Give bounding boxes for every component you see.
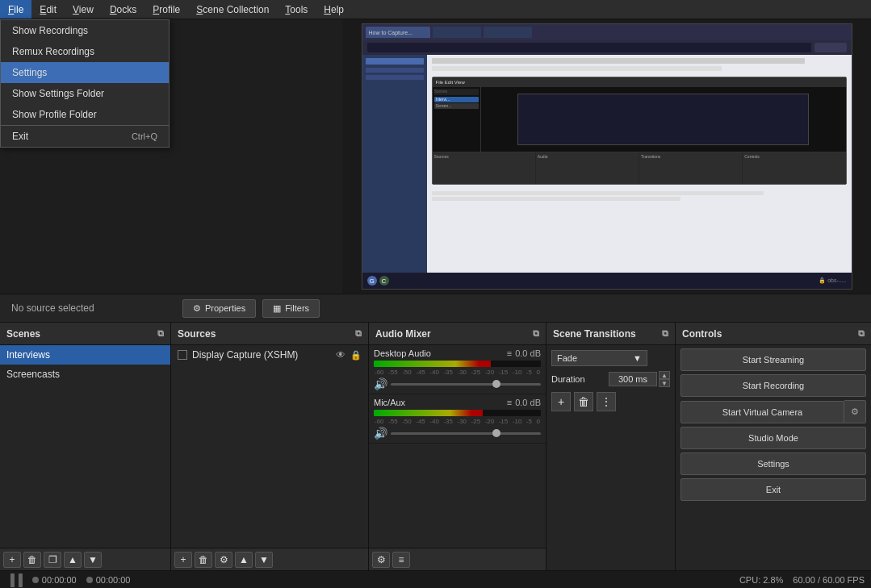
menu-scene-collection[interactable]: Scene Collection — [188, 0, 277, 19]
remove-scene-button[interactable]: 🗑 — [23, 552, 41, 568]
source-up-button[interactable]: ▲ — [235, 552, 253, 568]
source-checkbox[interactable] — [178, 350, 187, 360]
audio-popup-icon[interactable]: ⧉ — [533, 328, 539, 339]
mic-audio-controls: 🔊 — [374, 427, 541, 440]
audio-channels: Desktop Audio ≡ 0.0 dB -60-55-50-45-40-3… — [369, 345, 546, 548]
file-dropdown-menu: Show Recordings Remux Recordings Setting… — [0, 19, 170, 148]
transition-select[interactable]: Fade ▼ — [551, 350, 647, 366]
no-source-label: No source selected — [6, 302, 176, 314]
desktop-audio-db: 0.0 dB — [515, 348, 541, 358]
sources-popup-icon[interactable]: ⧉ — [355, 328, 362, 339]
menu-file[interactable]: File — [0, 0, 31, 19]
rec-time: 00:00:00 — [96, 575, 131, 585]
audio-settings-button[interactable]: ⚙ — [372, 552, 390, 568]
preview-area: How to Capture... — [342, 19, 871, 294]
settings-button[interactable]: Settings — [680, 452, 866, 475]
scenes-popup-icon[interactable]: ⧉ — [157, 328, 164, 339]
transitions-popup-icon[interactable]: ⧉ — [662, 328, 668, 339]
remove-transition-button[interactable]: 🗑 — [574, 392, 593, 411]
source-item-display-capture[interactable]: Display Capture (XSHM) 👁 🔒 — [171, 345, 368, 365]
transition-action-buttons: + 🗑 ⋮ — [551, 387, 670, 411]
mic-mute-button[interactable]: 🔊 — [374, 427, 387, 440]
menu-edit[interactable]: Edit — [31, 0, 65, 19]
virtual-camera-row: Start Virtual Camera ⚙ — [676, 400, 871, 423]
dd-show-settings-folder[interactable]: Show Settings Folder — [1, 83, 169, 104]
mic-audio-scale: -60-55-50-45-40-35-30-25-20-15-10-50 — [374, 418, 541, 425]
audio-channel-desktop: Desktop Audio ≡ 0.0 dB -60-55-50-45-40-3… — [369, 345, 546, 394]
menu-profile[interactable]: Profile — [144, 0, 188, 19]
duration-up-button[interactable]: ▲ — [659, 371, 670, 379]
mic-audio-db: 0.0 dB — [515, 398, 541, 407]
scene-down-button[interactable]: ▼ — [84, 552, 102, 568]
start-virtual-camera-button[interactable]: Start Virtual Camera — [680, 401, 844, 423]
menu-view[interactable]: View — [65, 0, 102, 19]
exit-button[interactable]: Exit — [680, 478, 866, 501]
desktop-slider-thumb[interactable] — [492, 380, 500, 388]
scene-item-interviews[interactable]: Interviews — [0, 345, 170, 365]
source-down-button[interactable]: ▼ — [255, 552, 273, 568]
preview-canvas: How to Capture... — [342, 19, 871, 294]
dd-settings[interactable]: Settings — [1, 62, 169, 83]
menu-docks[interactable]: Docks — [102, 0, 144, 19]
source-label: Display Capture (XSHM) — [192, 349, 331, 361]
scene-up-button[interactable]: ▲ — [64, 552, 82, 568]
status-bar: ▐▐ 00:00:00 00:00:00 CPU: 2.8% 60.00 / 6… — [0, 570, 871, 588]
stream-time: 00:00:00 — [42, 575, 77, 585]
transition-dropdown-arrow: ▼ — [633, 353, 642, 363]
audio-desktop-menu-icon[interactable]: ≡ — [507, 348, 512, 358]
dd-show-recordings[interactable]: Show Recordings — [1, 20, 169, 41]
desktop-meter-bar — [374, 361, 491, 367]
mic-audio-label: Mic/Aux — [374, 398, 405, 407]
add-transition-button[interactable]: + — [551, 392, 571, 411]
sources-title: Sources — [178, 328, 216, 340]
sources-panel: Sources ⧉ Display Capture (XSHM) 👁 🔒 + 🗑… — [171, 323, 369, 570]
virtual-camera-settings-button[interactable]: ⚙ — [844, 400, 866, 423]
menu-file-label: File — [8, 4, 23, 15]
mic-slider-thumb[interactable] — [492, 429, 500, 437]
desktop-audio-label: Desktop Audio — [374, 348, 431, 358]
dd-exit[interactable]: Exit Ctrl+Q — [1, 125, 169, 147]
copy-scene-button[interactable]: ❐ — [44, 552, 61, 568]
dd-show-profile-folder[interactable]: Show Profile Folder — [1, 104, 169, 125]
desktop-mute-button[interactable]: 🔊 — [374, 377, 387, 390]
menu-help-label: Help — [324, 4, 344, 15]
duration-label: Duration — [551, 374, 585, 384]
menu-tools-label: Tools — [285, 4, 308, 15]
sources-list: Display Capture (XSHM) 👁 🔒 — [171, 345, 368, 548]
eye-icon[interactable]: 👁 — [336, 349, 345, 361]
controls-popup-icon[interactable]: ⧉ — [858, 328, 865, 339]
stream-dot — [32, 577, 39, 583]
menu-tools[interactable]: Tools — [277, 0, 316, 19]
transition-options-button[interactable]: ⋮ — [597, 392, 616, 411]
menu-scene-collection-label: Scene Collection — [196, 4, 269, 15]
source-settings-button[interactable]: ⚙ — [215, 552, 232, 568]
audio-menu-button[interactable]: ≡ — [392, 552, 410, 568]
audio-mixer-panel: Audio Mixer ⧉ Desktop Audio ≡ 0.0 dB — [369, 323, 546, 570]
controls-buttons: Start Streaming Start Recording Start Vi… — [676, 345, 871, 570]
start-streaming-button[interactable]: Start Streaming — [680, 348, 866, 371]
menu-edit-label: Edit — [40, 4, 57, 15]
mic-volume-slider[interactable] — [391, 432, 541, 435]
scenes-panel: Scenes ⧉ Interviews Screencasts + 🗑 ❐ ▲ … — [0, 323, 171, 570]
filters-button[interactable]: ▦ Filters — [262, 299, 320, 318]
menu-bar: File Edit View Docks Profile Scene Colle… — [0, 0, 871, 19]
desktop-volume-slider[interactable] — [391, 383, 541, 386]
duration-down-button[interactable]: ▼ — [659, 379, 670, 387]
duration-value[interactable]: 300 ms — [609, 372, 657, 386]
audio-mic-menu-icon[interactable]: ≡ — [507, 398, 512, 407]
scenes-list: Interviews Screencasts — [0, 345, 170, 548]
rec-time-item: 00:00:00 — [86, 575, 131, 585]
properties-button[interactable]: ⚙ Properties — [182, 299, 256, 318]
transitions-panel-header: Scene Transitions ⧉ — [546, 323, 675, 345]
remove-source-button[interactable]: 🗑 — [195, 552, 212, 568]
add-source-button[interactable]: + — [174, 552, 192, 568]
dd-remux-recordings[interactable]: Remux Recordings — [1, 41, 169, 62]
scenes-panel-header: Scenes ⧉ — [0, 323, 170, 345]
preview-screenshot: How to Capture... — [362, 23, 852, 290]
lock-icon[interactable]: 🔒 — [350, 350, 362, 361]
menu-help[interactable]: Help — [316, 0, 352, 19]
start-recording-button[interactable]: Start Recording — [680, 374, 866, 397]
studio-mode-button[interactable]: Studio Mode — [680, 427, 866, 449]
scene-item-screencasts[interactable]: Screencasts — [0, 365, 170, 384]
add-scene-button[interactable]: + — [3, 552, 21, 568]
